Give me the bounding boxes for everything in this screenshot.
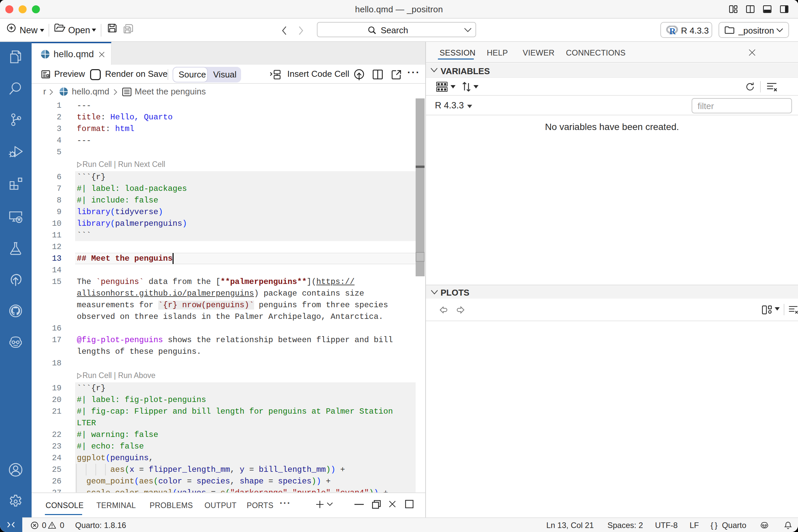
- svg-text:R: R: [669, 26, 676, 35]
